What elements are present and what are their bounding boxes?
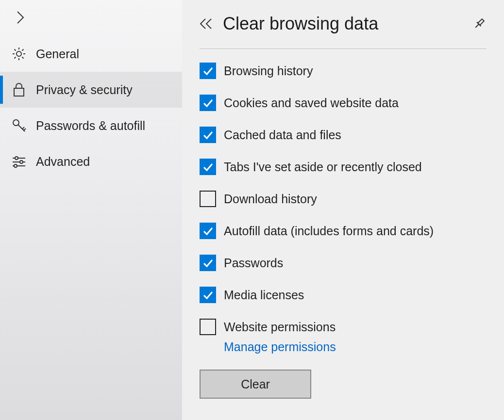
manage-permissions-link[interactable]: Manage permissions (224, 340, 336, 354)
settings-sidebar: General Privacy & security (0, 0, 182, 420)
option-checkbox[interactable] (200, 255, 216, 271)
check-icon (202, 161, 214, 173)
pin-button[interactable] (472, 17, 487, 30)
back-button[interactable] (200, 18, 212, 30)
sliders-icon (11, 153, 27, 170)
options-list: Browsing historyCookies and saved websit… (200, 63, 487, 354)
option-2[interactable]: Cached data and files (200, 127, 487, 143)
option-5[interactable]: Autofill data (includes forms and cards) (200, 223, 487, 239)
option-1[interactable]: Cookies and saved website data (200, 95, 487, 111)
sidebar-item-passwords-autofill[interactable]: Passwords & autofill (0, 108, 182, 144)
option-checkbox[interactable] (200, 95, 216, 111)
option-0[interactable]: Browsing history (200, 63, 487, 79)
sidebar-item-label: Advanced (36, 155, 90, 169)
option-checkbox[interactable] (200, 127, 216, 143)
svg-line-6 (22, 57, 24, 59)
check-icon (202, 257, 214, 269)
check-icon (202, 129, 214, 141)
option-checkbox[interactable] (200, 319, 216, 335)
option-7[interactable]: Media licenses (200, 287, 487, 303)
svg-point-17 (15, 157, 18, 160)
check-icon (202, 225, 214, 237)
key-icon (11, 117, 27, 134)
lock-icon (11, 81, 27, 98)
chevron-right-icon (17, 11, 24, 24)
chevron-double-left-icon (200, 18, 212, 30)
option-label: Cached data and files (224, 128, 341, 142)
option-checkbox[interactable] (200, 63, 216, 79)
svg-line-22 (475, 24, 479, 28)
svg-line-12 (22, 127, 24, 129)
option-3[interactable]: Tabs I've set aside or recently closed (200, 159, 487, 175)
svg-line-7 (22, 49, 24, 51)
pin-icon (472, 17, 487, 30)
sidebar-expand-button[interactable] (11, 8, 30, 27)
sidebar-item-privacy-security[interactable]: Privacy & security (0, 72, 182, 108)
svg-rect-9 (14, 88, 24, 96)
option-label: Website permissions (224, 320, 336, 334)
check-icon (202, 97, 214, 109)
panel-header: Clear browsing data (200, 14, 487, 49)
sidebar-item-label: Privacy & security (36, 83, 133, 97)
svg-point-19 (14, 164, 17, 167)
option-8[interactable]: Website permissionsManage permissions (200, 319, 487, 354)
clear-button[interactable]: Clear (200, 370, 311, 399)
svg-line-5 (15, 49, 16, 51)
clear-button-label: Clear (241, 377, 270, 391)
option-checkbox[interactable] (200, 159, 216, 175)
option-label: Download history (224, 192, 317, 206)
sidebar-item-general[interactable]: General (0, 36, 182, 72)
check-icon (202, 65, 214, 77)
option-4[interactable]: Download history (200, 191, 487, 207)
clear-browsing-data-panel: Clear browsing data Browsing historyCook… (182, 0, 504, 420)
panel-title: Clear browsing data (223, 14, 472, 34)
option-label: Tabs I've set aside or recently closed (224, 160, 422, 174)
option-checkbox[interactable] (200, 287, 216, 303)
sidebar-item-label: Passwords & autofill (36, 119, 145, 133)
sidebar-item-label: General (36, 47, 79, 61)
svg-point-18 (20, 161, 23, 163)
svg-line-8 (15, 57, 16, 59)
check-icon (202, 289, 214, 301)
option-checkbox[interactable] (200, 223, 216, 239)
option-label: Autofill data (includes forms and cards) (224, 224, 434, 238)
svg-line-13 (24, 129, 26, 130)
option-label: Passwords (224, 256, 283, 270)
option-label: Media licenses (224, 288, 304, 302)
sidebar-item-advanced[interactable]: Advanced (0, 144, 182, 179)
option-label: Browsing history (224, 64, 313, 78)
option-6[interactable]: Passwords (200, 255, 487, 271)
gear-icon (11, 46, 27, 62)
option-label: Cookies and saved website data (224, 96, 399, 110)
option-checkbox[interactable] (200, 191, 216, 207)
svg-point-0 (17, 51, 21, 56)
